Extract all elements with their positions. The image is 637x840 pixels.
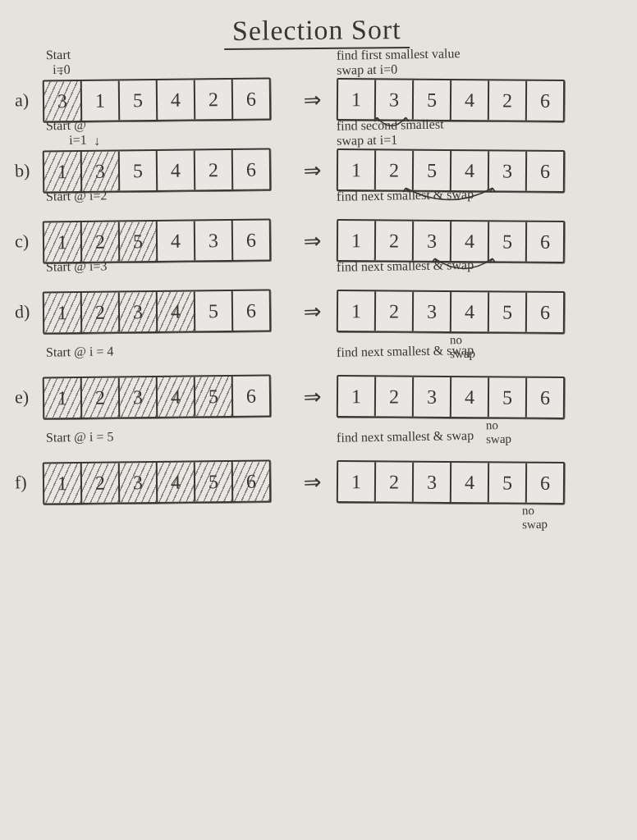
left-annotation: Start @ i = 5 bbox=[46, 429, 114, 445]
right-array: 123456 bbox=[337, 375, 565, 419]
cell-value: 5 bbox=[427, 89, 437, 111]
cell-value: 3 bbox=[133, 386, 143, 409]
right-column: find next smallest & swap123456no swap bbox=[337, 290, 616, 333]
right-array: 123456 bbox=[337, 460, 565, 504]
array-cell: 3 bbox=[414, 292, 451, 331]
cell-value: 4 bbox=[171, 471, 181, 493]
left-column: Start @ i = 4123456 bbox=[43, 376, 289, 418]
cell-value: 3 bbox=[95, 160, 105, 182]
array-cell: 3 bbox=[489, 151, 527, 190]
left-array: 135426 bbox=[43, 148, 272, 194]
cell-value: 1 bbox=[57, 387, 67, 409]
left-column: Start @ i = 5123456 bbox=[43, 461, 289, 504]
array-cell: 5 bbox=[489, 463, 527, 502]
array-cell: 4 bbox=[451, 377, 489, 417]
cell-value: 3 bbox=[427, 386, 437, 408]
cell-value: 2 bbox=[209, 159, 218, 181]
cell-value: 1 bbox=[57, 302, 67, 324]
cell-value: 6 bbox=[540, 231, 550, 253]
cell-value: 5 bbox=[502, 472, 512, 494]
array-cell: 1 bbox=[82, 80, 121, 120]
left-array: 123456 bbox=[43, 375, 272, 420]
array-cell: 1 bbox=[44, 152, 83, 191]
step-label: a) bbox=[15, 89, 39, 112]
cell-value: 4 bbox=[171, 386, 181, 408]
cell-value: 6 bbox=[246, 470, 256, 492]
array-cell: 1 bbox=[44, 378, 83, 418]
array-cell: 6 bbox=[233, 462, 270, 501]
array-cell: 5 bbox=[195, 462, 234, 501]
array-cell: 4 bbox=[158, 292, 196, 331]
left-annotation: Start @ i = 4 bbox=[46, 344, 114, 359]
pointer-down-icon: ↓ bbox=[94, 135, 100, 148]
array-cell: 1 bbox=[338, 377, 376, 416]
array-cell: 3 bbox=[195, 221, 234, 260]
cell-value: 2 bbox=[95, 231, 105, 253]
cell-value: 5 bbox=[209, 386, 218, 408]
cell-value: 4 bbox=[465, 301, 474, 323]
array-cell: 3 bbox=[44, 81, 83, 121]
cell-value: 2 bbox=[389, 230, 399, 252]
array-cell: 5 bbox=[414, 151, 451, 190]
left-array: 123456 bbox=[43, 290, 272, 335]
implies-arrow-icon: ⇒ bbox=[293, 228, 332, 255]
step-label: e) bbox=[15, 386, 39, 409]
right-column: find next smallest & swap123456no swap bbox=[337, 461, 616, 504]
cell-value: 6 bbox=[246, 88, 256, 110]
array-cell: 2 bbox=[376, 462, 414, 501]
cell-value: 2 bbox=[95, 301, 105, 323]
array-cell: 2 bbox=[82, 221, 121, 261]
cell-value: 1 bbox=[351, 230, 361, 252]
array-cell: 6 bbox=[233, 80, 270, 119]
left-column: Start @ i=2125436 bbox=[43, 220, 289, 262]
array-cell: 2 bbox=[489, 80, 527, 120]
array-cell: 1 bbox=[44, 463, 83, 503]
cell-value: 6 bbox=[540, 89, 550, 112]
cell-value: 6 bbox=[540, 386, 550, 409]
cell-value: 4 bbox=[171, 300, 181, 322]
array-cell: 4 bbox=[451, 292, 489, 331]
cell-value: 3 bbox=[427, 300, 437, 322]
array-cell: 1 bbox=[338, 80, 376, 119]
implies-arrow-icon: ⇒ bbox=[293, 87, 332, 114]
implies-arrow-icon: ⇒ bbox=[293, 299, 332, 326]
array-cell: 3 bbox=[414, 463, 451, 502]
cell-value: 2 bbox=[389, 386, 399, 408]
page-title: Selection Sort bbox=[15, 15, 619, 49]
array-cell: 3 bbox=[414, 377, 451, 417]
cell-value: 3 bbox=[427, 471, 437, 493]
step-row: f)Start @ i = 5123456⇒find next smallest… bbox=[15, 461, 619, 504]
cell-value: 1 bbox=[95, 89, 105, 112]
array-cell: 1 bbox=[338, 221, 376, 260]
left-annotation: Start @ i=1 bbox=[46, 118, 87, 148]
array-cell: 2 bbox=[376, 221, 414, 260]
array-cell: 6 bbox=[233, 377, 270, 416]
array-cell: 5 bbox=[489, 221, 527, 261]
array-cell: 4 bbox=[158, 80, 196, 120]
cell-value: 4 bbox=[465, 231, 474, 253]
array-cell: 3 bbox=[82, 151, 121, 190]
array-cell: 4 bbox=[451, 80, 489, 120]
array-cell: 4 bbox=[158, 463, 196, 502]
implies-arrow-icon: ⇒ bbox=[293, 384, 332, 411]
cell-value: 5 bbox=[427, 159, 437, 181]
array-cell: 6 bbox=[527, 293, 563, 332]
array-cell: 4 bbox=[451, 463, 489, 502]
right-annotation: find second smallest swap at i=1 bbox=[337, 114, 600, 148]
cell-value: 3 bbox=[502, 160, 512, 182]
array-cell: 2 bbox=[195, 80, 234, 119]
cell-value: 6 bbox=[246, 158, 256, 180]
cell-value: 2 bbox=[389, 471, 399, 493]
left-column: Start @ i=3123456 bbox=[43, 290, 289, 333]
cell-value: 3 bbox=[389, 89, 399, 111]
array-cell: 5 bbox=[195, 291, 234, 331]
array-cell: 3 bbox=[120, 292, 158, 331]
array-cell: 6 bbox=[527, 378, 563, 418]
left-column: Start @ i=1↓135426 bbox=[43, 149, 289, 192]
step-label: c) bbox=[15, 231, 39, 253]
array-cell: 1 bbox=[44, 293, 83, 332]
cell-value: 4 bbox=[465, 160, 474, 182]
cell-value: 3 bbox=[133, 472, 143, 494]
cell-value: 4 bbox=[465, 89, 474, 112]
cell-value: 2 bbox=[209, 89, 218, 111]
